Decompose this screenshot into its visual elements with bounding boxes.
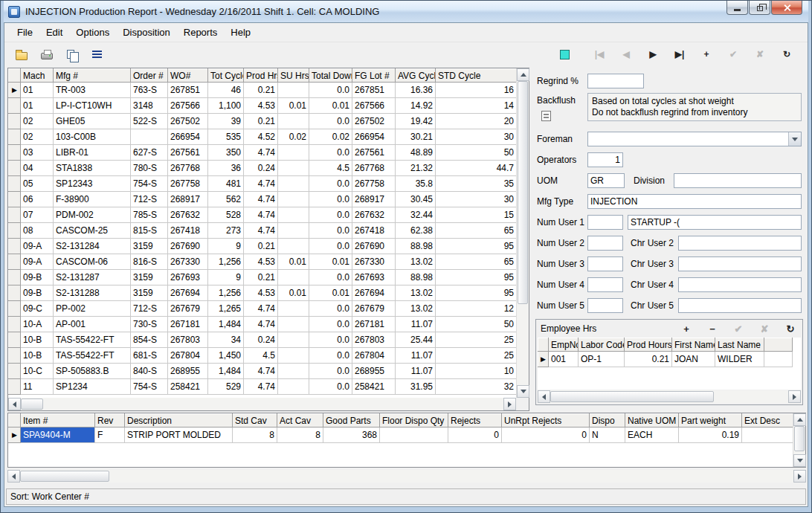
column-header[interactable]: Floor Dispo Qty <box>380 414 448 428</box>
column-header[interactable]: Last Name <box>715 338 764 352</box>
cell[interactable]: 34 <box>208 332 244 348</box>
cell[interactable]: 267851 <box>168 83 208 98</box>
open-button[interactable] <box>12 45 31 64</box>
cell[interactable]: 0.21 <box>244 270 278 285</box>
cell[interactable]: 0.0 <box>309 348 352 364</box>
column-header[interactable]: Mfg # <box>54 69 131 83</box>
cell[interactable]: 0 <box>448 428 502 443</box>
cell[interactable]: OP-1 <box>579 352 625 367</box>
cell[interactable]: 522-S <box>131 114 168 129</box>
cell[interactable]: 10-B <box>21 332 54 348</box>
cell[interactable]: TAS-55422-FT <box>54 348 131 364</box>
row-selector[interactable]: ▶ <box>9 428 21 443</box>
cell[interactable]: 754-S <box>131 176 168 192</box>
cell[interactable]: 13.02 <box>396 285 436 301</box>
print-button[interactable] <box>37 45 57 64</box>
cell[interactable]: 19.42 <box>396 114 436 129</box>
cell[interactable]: 103-C00B <box>54 129 131 145</box>
column-header[interactable]: Rev <box>95 414 125 428</box>
scroll-up-button[interactable] <box>517 68 529 81</box>
column-header[interactable]: Part weight <box>679 414 742 428</box>
cell[interactable]: 268955 <box>168 364 208 379</box>
chr-user-4-input[interactable] <box>678 277 802 292</box>
chr-user-3-input[interactable] <box>678 256 802 271</box>
cell[interactable]: 12 <box>436 301 517 317</box>
column-header[interactable]: Total Down <box>309 69 352 83</box>
column-header[interactable]: Order # <box>131 69 168 83</box>
cell[interactable]: 267632 <box>168 207 208 223</box>
row-selector[interactable] <box>9 98 21 114</box>
cell[interactable]: 8 <box>233 428 277 443</box>
cell[interactable]: PDM-002 <box>54 207 131 223</box>
column-header[interactable]: AVG Cycle <box>396 69 436 83</box>
cell[interactable] <box>278 364 309 379</box>
cell[interactable] <box>278 161 309 176</box>
cell[interactable]: 267851 <box>352 83 396 98</box>
cell[interactable]: 88.98 <box>396 270 436 285</box>
cell[interactable]: EACH <box>625 428 679 443</box>
mfg-type-input[interactable] <box>587 194 802 209</box>
scrollbar-thumb[interactable] <box>794 426 805 451</box>
cell[interactable]: SP-505883.B <box>54 364 131 379</box>
num-user-4-input[interactable] <box>587 277 623 292</box>
cell[interactable]: 95 <box>436 285 517 301</box>
cell[interactable]: 266954 <box>168 129 208 145</box>
row-selector[interactable] <box>9 114 21 129</box>
cell[interactable]: 0.0 <box>309 223 352 239</box>
scroll-left-button[interactable] <box>8 398 21 410</box>
scrollbar-track[interactable] <box>21 398 503 410</box>
cell[interactable]: JOAN <box>672 352 715 367</box>
cell[interactable]: 1,256 <box>208 254 244 270</box>
cell[interactable]: 267758 <box>168 176 208 192</box>
cell[interactable]: 13.02 <box>396 301 436 317</box>
cell[interactable]: 50 <box>436 317 517 332</box>
cell[interactable]: 267694 <box>168 285 208 301</box>
cell[interactable]: 854-S <box>131 332 168 348</box>
cell[interactable]: SPA9404-M <box>21 428 95 443</box>
cell[interactable]: 816-S <box>131 254 168 270</box>
cell[interactable]: 712-S <box>131 192 168 207</box>
cell[interactable] <box>131 129 168 145</box>
cell[interactable] <box>278 379 309 395</box>
cell[interactable]: 95 <box>436 239 517 254</box>
row-selector[interactable] <box>9 285 21 301</box>
row-selector[interactable] <box>9 145 21 161</box>
cell[interactable]: N <box>590 428 625 443</box>
scroll-up-button[interactable] <box>793 413 806 426</box>
row-selector[interactable] <box>9 332 21 348</box>
scrollbar-thumb[interactable] <box>518 81 528 304</box>
cell[interactable]: 36 <box>208 161 244 176</box>
cell[interactable]: 266954 <box>352 129 396 145</box>
cell[interactable]: 562 <box>208 192 244 207</box>
cell[interactable]: 0.19 <box>679 428 742 443</box>
scrollbar-track[interactable] <box>517 81 529 385</box>
cell[interactable]: 48.89 <box>396 145 436 161</box>
scroll-right-button[interactable] <box>793 470 806 483</box>
cell[interactable]: 3159 <box>131 239 168 254</box>
cell[interactable]: 50 <box>436 145 517 161</box>
menu-edit[interactable]: Edit <box>39 24 69 41</box>
num-user-2-input[interactable] <box>587 236 623 251</box>
cell[interactable]: 4.74 <box>244 192 278 207</box>
cell[interactable]: 4.53 <box>244 254 278 270</box>
row-selector[interactable] <box>9 270 21 285</box>
row-selector[interactable] <box>9 223 21 239</box>
employee-grid-hscrollbar[interactable] <box>538 390 801 403</box>
nav-insert-button[interactable]: + <box>697 46 715 62</box>
row-selector[interactable] <box>9 364 21 379</box>
cell[interactable]: 0.0 <box>309 317 352 332</box>
cell[interactable]: TAS-55422-FT <box>54 332 131 348</box>
cell[interactable]: 03 <box>21 145 54 161</box>
cell[interactable]: 267803 <box>168 332 208 348</box>
cell[interactable] <box>278 332 309 348</box>
cell[interactable]: 09-A <box>21 254 54 270</box>
item-grid-vscrollbar[interactable] <box>793 413 805 467</box>
cell[interactable]: 268955 <box>352 364 396 379</box>
cell[interactable]: 0.21 <box>625 352 672 367</box>
cell[interactable]: 0.0 <box>309 207 352 223</box>
cell[interactable]: 02 <box>21 129 54 145</box>
column-header[interactable]: STD Cycle <box>436 69 517 83</box>
menu-reports[interactable]: Reports <box>177 24 225 41</box>
cell[interactable]: 16 <box>436 83 517 98</box>
cell[interactable]: SP12343 <box>54 176 131 192</box>
